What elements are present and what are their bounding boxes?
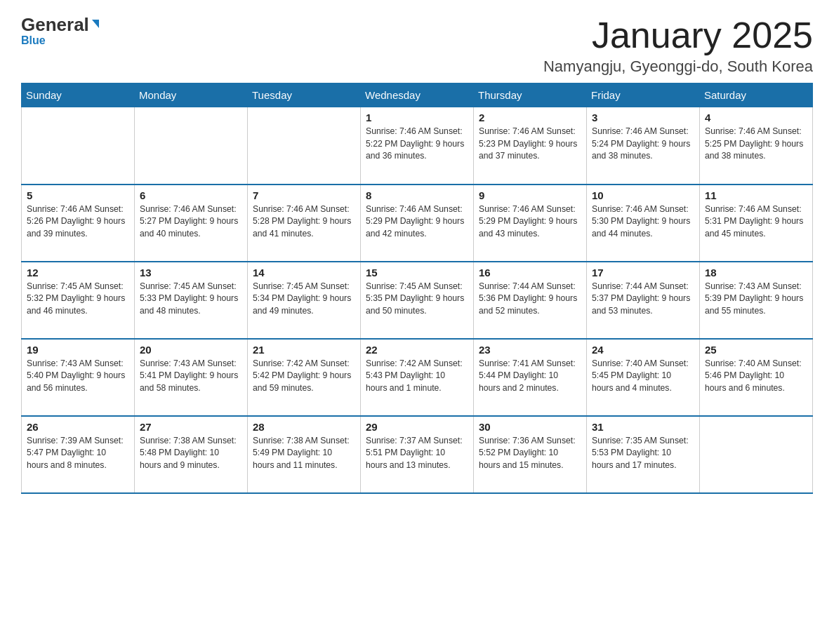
day-info: Sunrise: 7:46 AM Sunset: 5:29 PM Dayligh… <box>479 203 581 241</box>
weekday-header-tuesday: Tuesday <box>248 83 361 107</box>
day-info: Sunrise: 7:46 AM Sunset: 5:27 PM Dayligh… <box>140 203 242 241</box>
day-number: 27 <box>140 421 242 433</box>
day-info: Sunrise: 7:46 AM Sunset: 5:24 PM Dayligh… <box>592 126 694 163</box>
calendar-cell: 31Sunrise: 7:35 AM Sunset: 5:53 PM Dayli… <box>587 416 700 493</box>
day-info: Sunrise: 7:46 AM Sunset: 5:31 PM Dayligh… <box>705 203 807 241</box>
day-info: Sunrise: 7:43 AM Sunset: 5:41 PM Dayligh… <box>140 358 242 395</box>
day-number: 9 <box>479 189 581 201</box>
calendar-cell: 9Sunrise: 7:46 AM Sunset: 5:29 PM Daylig… <box>474 185 587 262</box>
day-number: 5 <box>27 189 129 201</box>
weekday-header-row: SundayMondayTuesdayWednesdayThursdayFrid… <box>22 83 813 107</box>
calendar-cell: 26Sunrise: 7:39 AM Sunset: 5:47 PM Dayli… <box>22 416 135 493</box>
calendar-cell: 11Sunrise: 7:46 AM Sunset: 5:31 PM Dayli… <box>700 185 813 262</box>
day-number: 29 <box>366 421 468 433</box>
day-number: 2 <box>479 112 581 123</box>
calendar-cell: 3Sunrise: 7:46 AM Sunset: 5:24 PM Daylig… <box>587 107 700 185</box>
calendar-cell: 28Sunrise: 7:38 AM Sunset: 5:49 PM Dayli… <box>248 416 361 493</box>
day-info: Sunrise: 7:40 AM Sunset: 5:46 PM Dayligh… <box>705 358 807 395</box>
calendar-table: SundayMondayTuesdayWednesdayThursdayFrid… <box>21 83 813 494</box>
day-number: 26 <box>27 421 129 433</box>
day-number: 24 <box>592 344 694 356</box>
calendar-cell: 18Sunrise: 7:43 AM Sunset: 5:39 PM Dayli… <box>700 262 813 339</box>
calendar-cell <box>700 416 813 493</box>
location-subtitle: Namyangju, Gyeonggi-do, South Korea <box>543 58 813 76</box>
calendar-cell: 23Sunrise: 7:41 AM Sunset: 5:44 PM Dayli… <box>474 339 587 416</box>
calendar-cell: 27Sunrise: 7:38 AM Sunset: 5:48 PM Dayli… <box>135 416 248 493</box>
calendar-week-1: 1Sunrise: 7:46 AM Sunset: 5:22 PM Daylig… <box>22 107 813 185</box>
calendar-cell: 14Sunrise: 7:45 AM Sunset: 5:34 PM Dayli… <box>248 262 361 339</box>
weekday-header-wednesday: Wednesday <box>361 83 474 107</box>
calendar-cell: 2Sunrise: 7:46 AM Sunset: 5:23 PM Daylig… <box>474 107 587 185</box>
day-info: Sunrise: 7:35 AM Sunset: 5:53 PM Dayligh… <box>592 435 694 472</box>
day-info: Sunrise: 7:38 AM Sunset: 5:49 PM Dayligh… <box>253 435 355 472</box>
day-number: 1 <box>366 112 468 123</box>
weekday-header-sunday: Sunday <box>22 83 135 107</box>
calendar-cell: 30Sunrise: 7:36 AM Sunset: 5:52 PM Dayli… <box>474 416 587 493</box>
day-info: Sunrise: 7:46 AM Sunset: 5:22 PM Dayligh… <box>366 126 468 163</box>
calendar-cell: 7Sunrise: 7:46 AM Sunset: 5:28 PM Daylig… <box>248 185 361 262</box>
calendar-cell: 1Sunrise: 7:46 AM Sunset: 5:22 PM Daylig… <box>361 107 474 185</box>
page-header: General Blue January 2025 Namyangju, Gye… <box>21 14 813 76</box>
calendar-cell: 25Sunrise: 7:40 AM Sunset: 5:46 PM Dayli… <box>700 339 813 416</box>
calendar-cell: 15Sunrise: 7:45 AM Sunset: 5:35 PM Dayli… <box>361 262 474 339</box>
logo: General Blue <box>21 14 99 47</box>
day-info: Sunrise: 7:42 AM Sunset: 5:43 PM Dayligh… <box>366 358 468 395</box>
weekday-header-saturday: Saturday <box>700 83 813 107</box>
weekday-header-friday: Friday <box>587 83 700 107</box>
calendar-cell: 21Sunrise: 7:42 AM Sunset: 5:42 PM Dayli… <box>248 339 361 416</box>
calendar-cell: 12Sunrise: 7:45 AM Sunset: 5:32 PM Dayli… <box>22 262 135 339</box>
day-number: 7 <box>253 189 355 201</box>
calendar-week-5: 26Sunrise: 7:39 AM Sunset: 5:47 PM Dayli… <box>22 416 813 493</box>
day-number: 30 <box>479 421 581 433</box>
logo-general-text: General <box>21 14 89 36</box>
calendar-cell: 4Sunrise: 7:46 AM Sunset: 5:25 PM Daylig… <box>700 107 813 185</box>
day-number: 8 <box>366 189 468 201</box>
day-info: Sunrise: 7:38 AM Sunset: 5:48 PM Dayligh… <box>140 435 242 472</box>
logo-triangle-icon <box>92 20 99 28</box>
day-info: Sunrise: 7:43 AM Sunset: 5:40 PM Dayligh… <box>27 358 129 395</box>
calendar-cell: 13Sunrise: 7:45 AM Sunset: 5:33 PM Dayli… <box>135 262 248 339</box>
weekday-header-monday: Monday <box>135 83 248 107</box>
day-number: 10 <box>592 189 694 201</box>
day-number: 31 <box>592 421 694 433</box>
day-number: 28 <box>253 421 355 433</box>
day-number: 14 <box>253 267 355 279</box>
day-info: Sunrise: 7:46 AM Sunset: 5:25 PM Dayligh… <box>705 126 807 163</box>
day-number: 16 <box>479 267 581 279</box>
weekday-header-thursday: Thursday <box>474 83 587 107</box>
day-number: 4 <box>705 112 807 123</box>
calendar-cell <box>22 107 135 185</box>
day-info: Sunrise: 7:44 AM Sunset: 5:37 PM Dayligh… <box>592 281 694 318</box>
page-title: January 2025 <box>543 14 813 56</box>
calendar-cell <box>135 107 248 185</box>
calendar-cell: 10Sunrise: 7:46 AM Sunset: 5:30 PM Dayli… <box>587 185 700 262</box>
title-block: January 2025 Namyangju, Gyeonggi-do, Sou… <box>543 14 813 76</box>
day-number: 23 <box>479 344 581 356</box>
calendar-cell: 8Sunrise: 7:46 AM Sunset: 5:29 PM Daylig… <box>361 185 474 262</box>
calendar-cell: 5Sunrise: 7:46 AM Sunset: 5:26 PM Daylig… <box>22 185 135 262</box>
day-info: Sunrise: 7:45 AM Sunset: 5:34 PM Dayligh… <box>253 281 355 318</box>
day-info: Sunrise: 7:40 AM Sunset: 5:45 PM Dayligh… <box>592 358 694 395</box>
day-info: Sunrise: 7:45 AM Sunset: 5:32 PM Dayligh… <box>27 281 129 318</box>
calendar-cell: 19Sunrise: 7:43 AM Sunset: 5:40 PM Dayli… <box>22 339 135 416</box>
day-number: 11 <box>705 189 807 201</box>
day-info: Sunrise: 7:45 AM Sunset: 5:35 PM Dayligh… <box>366 281 468 318</box>
day-number: 6 <box>140 189 242 201</box>
day-number: 25 <box>705 344 807 356</box>
day-number: 21 <box>253 344 355 356</box>
day-info: Sunrise: 7:36 AM Sunset: 5:52 PM Dayligh… <box>479 435 581 472</box>
day-info: Sunrise: 7:41 AM Sunset: 5:44 PM Dayligh… <box>479 358 581 395</box>
day-number: 22 <box>366 344 468 356</box>
calendar-cell: 24Sunrise: 7:40 AM Sunset: 5:45 PM Dayli… <box>587 339 700 416</box>
calendar-cell: 16Sunrise: 7:44 AM Sunset: 5:36 PM Dayli… <box>474 262 587 339</box>
day-number: 20 <box>140 344 242 356</box>
day-info: Sunrise: 7:46 AM Sunset: 5:30 PM Dayligh… <box>592 203 694 241</box>
day-info: Sunrise: 7:43 AM Sunset: 5:39 PM Dayligh… <box>705 281 807 318</box>
day-info: Sunrise: 7:46 AM Sunset: 5:26 PM Dayligh… <box>27 203 129 241</box>
day-info: Sunrise: 7:39 AM Sunset: 5:47 PM Dayligh… <box>27 435 129 472</box>
calendar-week-4: 19Sunrise: 7:43 AM Sunset: 5:40 PM Dayli… <box>22 339 813 416</box>
day-number: 15 <box>366 267 468 279</box>
day-number: 19 <box>27 344 129 356</box>
day-info: Sunrise: 7:45 AM Sunset: 5:33 PM Dayligh… <box>140 281 242 318</box>
calendar-week-3: 12Sunrise: 7:45 AM Sunset: 5:32 PM Dayli… <box>22 262 813 339</box>
